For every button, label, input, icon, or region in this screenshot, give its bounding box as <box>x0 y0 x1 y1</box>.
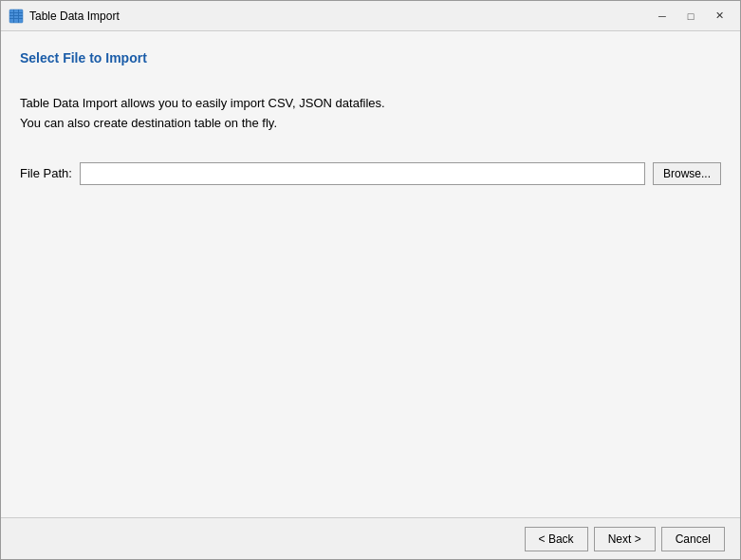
browse-button[interactable]: Browse... <box>653 162 721 185</box>
svg-rect-3 <box>9 18 23 19</box>
window-title: Table Data Import <box>29 9 120 23</box>
title-bar: Table Data Import ─ □ ✕ <box>1 1 740 31</box>
main-window: Table Data Import ─ □ ✕ Select File to I… <box>0 0 741 560</box>
cancel-button[interactable]: Cancel <box>661 527 725 551</box>
description-text: Table Data Import allows you to easily i… <box>20 94 721 134</box>
next-button[interactable]: Next > <box>594 527 656 551</box>
file-path-input[interactable] <box>80 162 645 185</box>
svg-rect-4 <box>13 9 14 23</box>
table-import-icon <box>9 9 24 24</box>
step-header: Select File to Import <box>20 50 721 65</box>
minimize-button[interactable]: ─ <box>649 7 676 26</box>
svg-rect-5 <box>18 9 19 23</box>
description-line1: Table Data Import allows you to easily i… <box>20 94 721 114</box>
spacer <box>20 185 721 508</box>
maximize-button[interactable]: □ <box>677 7 704 26</box>
file-path-label: File Path: <box>20 166 72 180</box>
file-path-row: File Path: Browse... <box>20 162 721 185</box>
content-area: Select File to Import Table Data Import … <box>1 31 740 517</box>
title-bar-controls: ─ □ ✕ <box>649 7 732 26</box>
svg-rect-2 <box>9 15 23 16</box>
svg-rect-1 <box>9 12 23 13</box>
close-button[interactable]: ✕ <box>706 7 732 26</box>
footer: < Back Next > Cancel <box>1 517 740 559</box>
description-line2: You can also create destination table on… <box>20 114 721 134</box>
back-button[interactable]: < Back <box>525 527 588 551</box>
title-bar-left: Table Data Import <box>9 9 120 24</box>
